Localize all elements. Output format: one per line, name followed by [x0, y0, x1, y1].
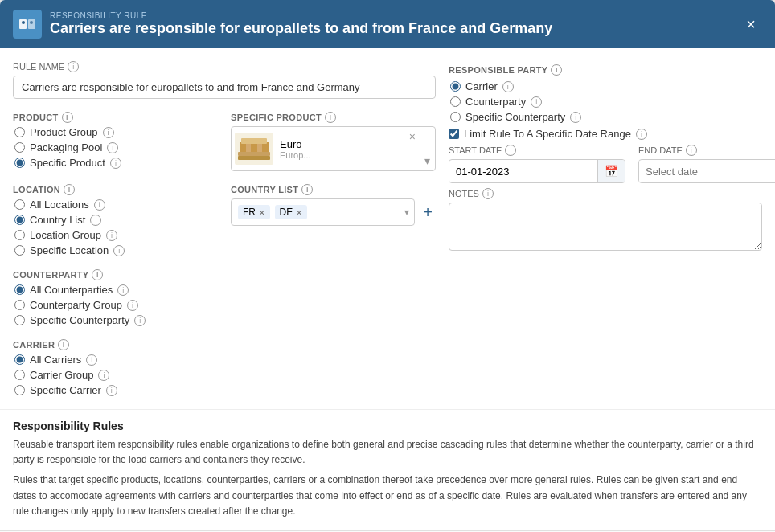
tag-de: DE × [275, 205, 307, 219]
product-clear-button[interactable]: × [409, 130, 416, 143]
counterparty-group-info[interactable]: i [127, 300, 138, 311]
location-section-label: LOCATION i [13, 184, 218, 195]
product-info-icon[interactable]: i [62, 112, 73, 123]
specific-product-info[interactable]: i [110, 158, 121, 169]
responsible-party-label: RESPONSIBLE PARTY i [449, 64, 762, 76]
tag-de-remove[interactable]: × [296, 207, 302, 218]
tag-fr-label: FR [243, 207, 256, 218]
start-date-info[interactable]: i [505, 145, 516, 156]
all-locations-info[interactable]: i [94, 199, 105, 211]
svg-rect-9 [238, 156, 270, 160]
responsible-party-section: RESPONSIBLE PARTY i Carrier i Counterpar… [449, 61, 762, 251]
svg-rect-1 [28, 19, 35, 29]
svg-rect-4 [238, 152, 270, 156]
close-button[interactable]: × [740, 13, 762, 35]
notes-info-icon[interactable]: i [482, 188, 494, 199]
radio-country-list[interactable]: Country List i [14, 214, 218, 226]
specific-counterparty-rp-info[interactable]: i [570, 112, 581, 123]
radio-all-carriers[interactable]: All Carriers i [14, 354, 436, 366]
svg-rect-10 [241, 138, 267, 144]
date-range-checkbox[interactable] [449, 129, 459, 139]
end-date-field: END DATE i 📅 [638, 145, 775, 183]
country-tag-inner-input[interactable] [312, 207, 408, 218]
start-date-label: START DATE i [449, 145, 625, 156]
rule-name-input[interactable] [13, 76, 436, 99]
product-image [235, 133, 273, 165]
location-row: LOCATION i All Locations i Country List … [13, 181, 436, 256]
all-counterparties-info[interactable]: i [117, 284, 129, 296]
location-radio-group: All Locations i Country List i Location … [14, 198, 218, 256]
radio-specific-counterparty[interactable]: Specific Counterparty i [14, 314, 436, 326]
rule-name-field: RULE NAME i [13, 61, 436, 99]
specific-product-box[interactable]: Euro Europ... × ▾ [231, 126, 436, 171]
date-range-checkbox-row[interactable]: Limit Rule To A Specific Date Range i [449, 128, 762, 140]
product-section-label: PRODUCT i [13, 112, 218, 123]
specific-product-label-info[interactable]: i [325, 112, 336, 123]
date-range-label: Limit Rule To A Specific Date Range [464, 128, 631, 140]
radio-counterparty-group[interactable]: Counterparty Group i [14, 299, 436, 311]
tag-fr: FR × [238, 205, 270, 219]
rule-name-info-icon[interactable]: i [68, 61, 79, 72]
counterparty-section-label: COUNTERPARTY i [13, 269, 436, 280]
country-add-button[interactable]: + [420, 203, 436, 222]
tag-input-chevron: ▾ [404, 207, 409, 218]
radio-packaging-pool[interactable]: Packaging Pool i [14, 141, 218, 153]
country-list-info[interactable]: i [90, 215, 101, 226]
packaging-pool-info[interactable]: i [107, 142, 118, 153]
radio-all-locations[interactable]: All Locations i [14, 198, 218, 211]
responsible-party-info-icon[interactable]: i [551, 64, 562, 76]
start-date-field: START DATE i 📅 [449, 145, 625, 183]
radio-product-group[interactable]: Product Group i [14, 126, 218, 138]
modal-header: RESPONSIBILITY RULE Carriers are respons… [0, 0, 775, 48]
carrier-radio-group: All Carriers i Carrier Group i Specific … [14, 354, 436, 396]
start-date-input[interactable] [449, 161, 597, 182]
all-carriers-info[interactable]: i [86, 354, 97, 366]
location-group-info[interactable]: i [106, 230, 117, 241]
notes-label: NOTES i [449, 188, 762, 199]
specific-product-section: SPECIFIC PRODUCT i [231, 108, 436, 171]
header-subtitle: RESPONSIBILITY RULE [50, 11, 552, 20]
radio-location-group[interactable]: Location Group i [14, 229, 218, 241]
country-list-label-info[interactable]: i [301, 184, 313, 195]
country-tag-input[interactable]: FR × DE × ▾ [231, 198, 415, 226]
logo-svg [18, 14, 37, 34]
date-range-info[interactable]: i [636, 129, 647, 140]
tag-fr-remove[interactable]: × [259, 207, 265, 218]
end-date-input[interactable] [639, 161, 775, 182]
counterparty-rp-info[interactable]: i [531, 96, 542, 108]
pallet-icon [236, 134, 272, 163]
carrier-info-icon[interactable]: i [58, 339, 69, 350]
radio-specific-product[interactable]: Specific Product i [14, 157, 218, 169]
location-info-icon[interactable]: i [64, 184, 75, 195]
radio-specific-location[interactable]: Specific Location i [14, 244, 218, 256]
radio-carrier-rp[interactable]: Carrier i [450, 80, 762, 92]
specific-location-info[interactable]: i [113, 245, 125, 256]
modal-container: RESPONSIBILITY RULE Carriers are respons… [0, 0, 775, 532]
specific-counterparty-info[interactable]: i [134, 315, 146, 326]
radio-counterparty-rp[interactable]: Counterparty i [450, 96, 762, 108]
product-chevron-icon[interactable]: ▾ [424, 154, 430, 167]
radio-all-counterparties[interactable]: All Counterparties i [14, 284, 436, 296]
radio-specific-carrier[interactable]: Specific Carrier i [14, 384, 436, 396]
carrier-section-label: CARRIER i [13, 339, 436, 350]
carrier-section: CARRIER i All Carriers i Carrier Group i [13, 336, 436, 396]
info-title: Responsibility Rules [13, 419, 762, 432]
specific-carrier-info[interactable]: i [106, 385, 117, 396]
header-logo-icon [13, 10, 42, 39]
right-panel: RESPONSIBLE PARTY i Carrier i Counterpar… [449, 61, 762, 396]
svg-point-2 [22, 21, 25, 24]
responsible-party-radio-group: Carrier i Counterparty i Specific Counte… [450, 80, 762, 123]
notes-textarea[interactable] [449, 203, 762, 251]
radio-specific-counterparty-rp[interactable]: Specific Counterparty i [450, 111, 762, 123]
header-title: Carriers are responsible for europallets… [50, 20, 552, 37]
info-para1: Reusable transport item responsibility r… [13, 437, 762, 468]
product-group-info[interactable]: i [103, 127, 114, 138]
end-date-info[interactable]: i [686, 145, 697, 156]
start-date-calendar-button[interactable]: 📅 [597, 160, 625, 182]
counterparty-info-icon[interactable]: i [92, 269, 103, 280]
carrier-group-info[interactable]: i [98, 370, 109, 381]
carrier-rp-info[interactable]: i [502, 81, 514, 92]
end-date-wrap: 📅 [638, 159, 775, 183]
left-panel: RULE NAME i PRODUCT i Product Gr [13, 61, 436, 396]
radio-carrier-group[interactable]: Carrier Group i [14, 369, 436, 381]
